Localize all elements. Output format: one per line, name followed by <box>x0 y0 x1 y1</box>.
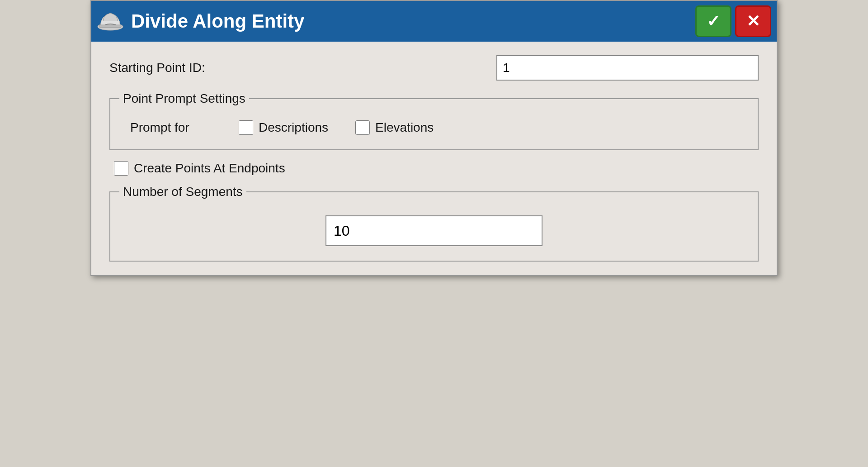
elevations-checkbox[interactable] <box>355 120 370 135</box>
title-bar-buttons: ✓ ✕ <box>695 5 771 37</box>
elevations-label: Elevations <box>375 120 434 135</box>
elevations-item: Elevations <box>355 120 434 135</box>
prompt-for-row: Prompt for Descriptions Elevations <box>121 113 747 138</box>
dialog-title: Divide Along Entity <box>131 10 695 32</box>
starting-point-row: Starting Point ID: <box>109 55 759 81</box>
endpoints-row: Create Points At Endpoints <box>114 161 759 176</box>
dialog: Divide Along Entity ✓ ✕ Starting Point I… <box>90 0 778 276</box>
number-of-segments-legend: Number of Segments <box>119 185 246 199</box>
starting-point-input[interactable] <box>496 55 759 81</box>
prompt-for-label: Prompt for <box>130 120 212 135</box>
endpoints-checkbox[interactable] <box>114 161 128 176</box>
cancel-button[interactable]: ✕ <box>735 5 771 37</box>
svg-rect-1 <box>99 25 121 28</box>
ok-button[interactable]: ✓ <box>695 5 731 37</box>
starting-point-label: Starting Point ID: <box>109 61 205 75</box>
descriptions-item: Descriptions <box>239 120 328 135</box>
point-prompt-settings-fieldset: Point Prompt Settings Prompt for Descrip… <box>109 91 759 150</box>
prompt-checkboxes: Descriptions Elevations <box>239 120 434 135</box>
dialog-content: Starting Point ID: Point Prompt Settings… <box>91 42 777 275</box>
descriptions-label: Descriptions <box>259 120 328 135</box>
title-bar: Divide Along Entity ✓ ✕ <box>91 1 777 42</box>
segments-input-row <box>121 215 747 246</box>
number-of-segments-fieldset: Number of Segments <box>109 185 759 262</box>
hardhat-icon <box>97 8 124 35</box>
segments-input[interactable] <box>326 215 542 246</box>
endpoints-label: Create Points At Endpoints <box>134 161 285 176</box>
descriptions-checkbox[interactable] <box>239 120 253 135</box>
point-prompt-settings-legend: Point Prompt Settings <box>119 91 249 106</box>
